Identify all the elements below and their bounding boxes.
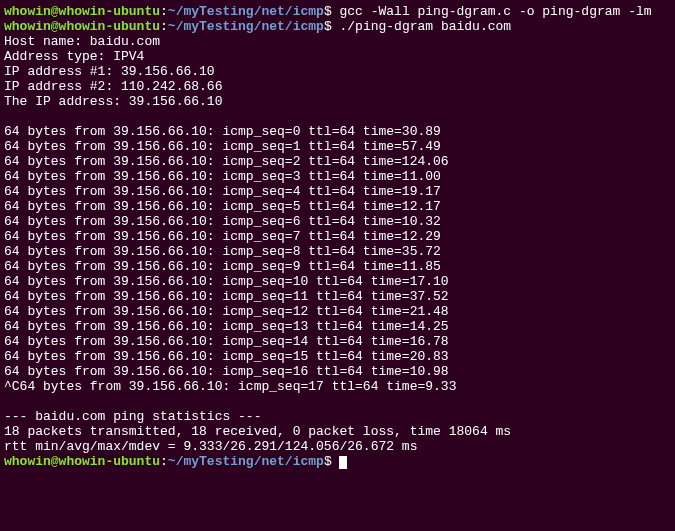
host-name-line: Host name: baidu.com [4, 34, 671, 49]
colon: : [160, 19, 168, 34]
command-2: ./ping-dgram baidu.com [339, 19, 511, 34]
cursor [339, 456, 347, 469]
prompt-line-2[interactable]: whowin@whowin-ubuntu:~/myTesting/net/icm… [4, 19, 671, 34]
cwd-path: ~/myTesting/net/icmp [168, 454, 324, 469]
user-host: whowin@whowin-ubuntu [4, 4, 160, 19]
stats-rtt: rtt min/avg/max/mdev = 9.333/26.291/124.… [4, 439, 671, 454]
ping-reply: 64 bytes from 39.156.66.10: icmp_seq=13 … [4, 319, 671, 334]
ping-reply: 64 bytes from 39.156.66.10: icmp_seq=5 t… [4, 199, 671, 214]
ping-reply: 64 bytes from 39.156.66.10: icmp_seq=15 … [4, 349, 671, 364]
ping-reply: 64 bytes from 39.156.66.10: icmp_seq=6 t… [4, 214, 671, 229]
ping-reply: 64 bytes from 39.156.66.10: icmp_seq=14 … [4, 334, 671, 349]
cwd-path: ~/myTesting/net/icmp [168, 4, 324, 19]
user-host: whowin@whowin-ubuntu [4, 19, 160, 34]
colon: : [160, 454, 168, 469]
dollar: $ [324, 19, 340, 34]
ping-reply: 64 bytes from 39.156.66.10: icmp_seq=8 t… [4, 244, 671, 259]
cwd-path: ~/myTesting/net/icmp [168, 19, 324, 34]
ping-reply: 64 bytes from 39.156.66.10: icmp_seq=0 t… [4, 124, 671, 139]
ping-reply: 64 bytes from 39.156.66.10: icmp_seq=9 t… [4, 259, 671, 274]
ping-reply-interrupted: ^C64 bytes from 39.156.66.10: icmp_seq=1… [4, 379, 671, 394]
dollar: $ [324, 454, 340, 469]
ping-reply: 64 bytes from 39.156.66.10: icmp_seq=4 t… [4, 184, 671, 199]
prompt-line-3[interactable]: whowin@whowin-ubuntu:~/myTesting/net/icm… [4, 454, 671, 469]
the-ip-line: The IP address: 39.156.66.10 [4, 94, 671, 109]
address-type-line: Address type: IPV4 [4, 49, 671, 64]
ping-reply: 64 bytes from 39.156.66.10: icmp_seq=7 t… [4, 229, 671, 244]
ping-reply: 64 bytes from 39.156.66.10: icmp_seq=3 t… [4, 169, 671, 184]
user-host: whowin@whowin-ubuntu [4, 454, 160, 469]
ip-address-2-line: IP address #2: 110.242.68.66 [4, 79, 671, 94]
command-1: gcc -Wall ping-dgram.c -o ping-dgram -lm [339, 4, 651, 19]
ping-reply: 64 bytes from 39.156.66.10: icmp_seq=2 t… [4, 154, 671, 169]
colon: : [160, 4, 168, 19]
stats-header: --- baidu.com ping statistics --- [4, 409, 671, 424]
ip-address-1-line: IP address #1: 39.156.66.10 [4, 64, 671, 79]
prompt-line-1[interactable]: whowin@whowin-ubuntu:~/myTesting/net/icm… [4, 4, 671, 19]
ping-reply: 64 bytes from 39.156.66.10: icmp_seq=12 … [4, 304, 671, 319]
blank-line [4, 394, 671, 409]
ping-reply: 64 bytes from 39.156.66.10: icmp_seq=11 … [4, 289, 671, 304]
dollar: $ [324, 4, 340, 19]
blank-line [4, 109, 671, 124]
ping-reply: 64 bytes from 39.156.66.10: icmp_seq=10 … [4, 274, 671, 289]
stats-packets: 18 packets transmitted, 18 received, 0 p… [4, 424, 671, 439]
ping-reply: 64 bytes from 39.156.66.10: icmp_seq=1 t… [4, 139, 671, 154]
ping-reply: 64 bytes from 39.156.66.10: icmp_seq=16 … [4, 364, 671, 379]
